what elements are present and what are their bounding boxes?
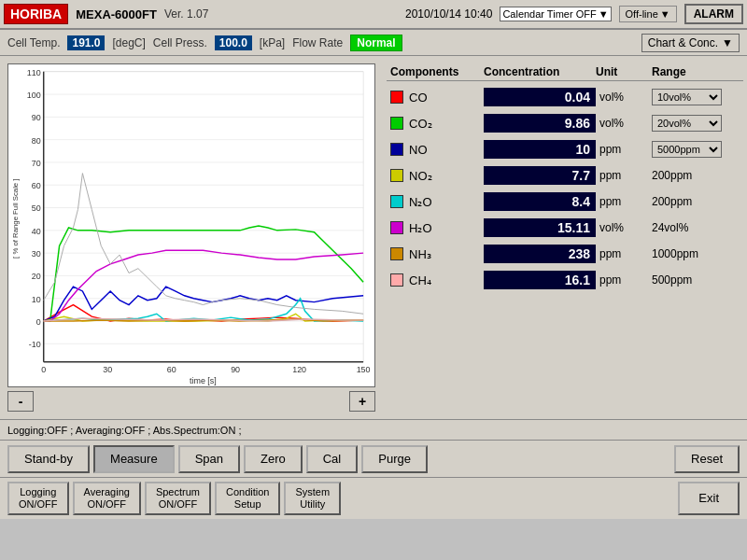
zoom-minus-button[interactable]: - (7, 391, 34, 412)
svg-text:30: 30 (103, 366, 112, 375)
span-button[interactable]: Span (178, 445, 240, 473)
conc-value-nh3: 238 (484, 245, 596, 263)
datetime-label: 2010/10/14 10:40 (405, 7, 492, 21)
component-name-no: NO (409, 143, 428, 157)
range-ch4: 500ppm (652, 273, 726, 287)
unit-ch4: ppm (596, 273, 652, 287)
cell-press-value: 100.0 (215, 35, 252, 50)
svg-text:90: 90 (231, 366, 240, 375)
conc-value-h2o: 15.11 (484, 218, 596, 237)
component-color-no2 (390, 169, 403, 182)
logging-button[interactable]: LoggingON/OFF (7, 482, 69, 515)
header-range: Range (652, 65, 726, 78)
component-name-nh3: NH₃ (409, 247, 431, 261)
svg-text:30: 30 (32, 249, 41, 259)
conc-row-co: CO0.04vol%10vol% (387, 85, 743, 109)
spectrum-button[interactable]: SpectrumON/OFF (145, 482, 211, 515)
conc-value-n2o: 8.4 (484, 192, 596, 211)
timer-dropdown-icon[interactable]: ▼ (599, 8, 609, 20)
svg-text:90: 90 (32, 113, 41, 122)
chart-area: 110 100 90 80 70 60 50 40 30 20 10 0 -10… (7, 63, 375, 387)
component-color-h2o (390, 221, 403, 234)
flow-rate-value: Normal (350, 35, 402, 51)
unit-no2: ppm (596, 169, 652, 182)
header-concentration: Concentration (484, 65, 596, 78)
reset-button[interactable]: Reset (674, 445, 740, 473)
log-status-text: Logging:OFF ; Averaging:OFF ; Abs.Spectr… (7, 425, 241, 436)
svg-text:20: 20 (32, 272, 41, 281)
component-name-no2: NO₂ (409, 169, 432, 183)
component-name-co: CO (409, 91, 428, 105)
component-color-co2 (390, 117, 403, 130)
svg-text:60: 60 (167, 366, 176, 375)
measure-button[interactable]: Measure (93, 445, 175, 473)
conc-value-no2: 7.7 (484, 166, 596, 185)
header-unit: Unit (596, 65, 652, 78)
flow-rate-label: Flow Rate (292, 36, 343, 49)
svg-text:120: 120 (292, 366, 306, 375)
unit-co2: vol% (596, 117, 652, 130)
purge-button[interactable]: Purge (361, 445, 428, 473)
component-color-n2o (390, 195, 403, 208)
range-no[interactable]: 5000ppm (652, 141, 726, 158)
conc-row-nh3: NH₃238ppm1000ppm (387, 242, 743, 266)
zoom-plus-button[interactable]: + (349, 391, 375, 412)
alarm-button[interactable]: ALARM (684, 4, 743, 24)
range-nh3: 1000ppm (652, 247, 726, 260)
chart-conc-icon: ▼ (722, 36, 733, 49)
unit-n2o: ppm (596, 195, 652, 208)
range-h2o: 24vol% (652, 221, 726, 234)
conc-value-co2: 9.86 (484, 114, 596, 133)
conc-row-h2o: H₂O15.11vol%24vol% (387, 216, 743, 240)
header-components: Components (390, 65, 484, 78)
component-color-no (390, 143, 403, 156)
timer-label: Calendar Timer OFF (502, 8, 596, 20)
zero-button[interactable]: Zero (244, 445, 303, 473)
conc-row-n2o: N₂O8.4ppm200ppm (387, 189, 743, 214)
system-button[interactable]: SystemUtility (284, 482, 341, 515)
svg-text:60: 60 (32, 181, 41, 190)
svg-text:-10: -10 (29, 340, 41, 349)
timer-select[interactable]: Calendar Timer OFF ▼ (500, 7, 611, 21)
svg-text:50: 50 (32, 204, 41, 214)
unit-nh3: ppm (596, 247, 652, 260)
offline-button[interactable]: Off-line ▼ (619, 6, 677, 22)
conc-row-no2: NO₂7.7ppm200ppm (387, 163, 743, 188)
standby-button[interactable]: Stand-by (7, 445, 90, 473)
unit-co: vol% (596, 91, 652, 104)
cell-temp-value: 191.0 (67, 35, 105, 50)
unit-no: ppm (596, 143, 652, 156)
range-no2: 200ppm (652, 169, 726, 182)
conc-value-co: 0.04 (484, 88, 596, 106)
svg-text:70: 70 (32, 159, 41, 168)
component-name-h2o: H₂O (409, 221, 432, 235)
svg-text:0: 0 (36, 317, 41, 327)
conc-row-ch4: CH₄16.1ppm500ppm (387, 268, 743, 292)
cal-button[interactable]: Cal (306, 445, 359, 473)
svg-text:80: 80 (32, 136, 41, 146)
concentration-panel: Components Concentration Unit Range CO0.… (383, 56, 747, 419)
component-color-co (390, 91, 403, 104)
svg-text:40: 40 (32, 227, 41, 236)
condition-button[interactable]: ConditionSetup (215, 482, 280, 515)
cell-temp-unit: [degC] (112, 36, 145, 49)
averaging-button[interactable]: AveragingON/OFF (73, 482, 141, 515)
svg-text:150: 150 (357, 366, 371, 375)
chart-conc-button[interactable]: Chart & Conc. ▼ (641, 34, 740, 52)
conc-row-no: NO10ppm5000ppm (387, 137, 743, 161)
svg-text:[ % of Range Full Scale ]: [ % of Range Full Scale ] (11, 179, 20, 259)
unit-h2o: vol% (596, 221, 652, 234)
version-label: Ver. 1.07 (164, 7, 208, 21)
conc-row-co2: CO₂9.86vol%20vol% (387, 111, 743, 135)
range-co[interactable]: 10vol% (652, 89, 726, 105)
component-name-n2o: N₂O (409, 195, 432, 209)
cell-temp-label: Cell Temp. (7, 36, 60, 49)
horiba-logo: HORIBA (4, 4, 68, 24)
range-n2o: 200ppm (652, 195, 726, 208)
range-co2[interactable]: 20vol% (652, 115, 726, 132)
component-color-nh3 (390, 247, 403, 260)
cell-press-unit: [kPa] (260, 36, 285, 49)
component-name-ch4: CH₄ (409, 273, 431, 287)
exit-button[interactable]: Exit (678, 482, 740, 515)
svg-text:10: 10 (32, 295, 41, 304)
